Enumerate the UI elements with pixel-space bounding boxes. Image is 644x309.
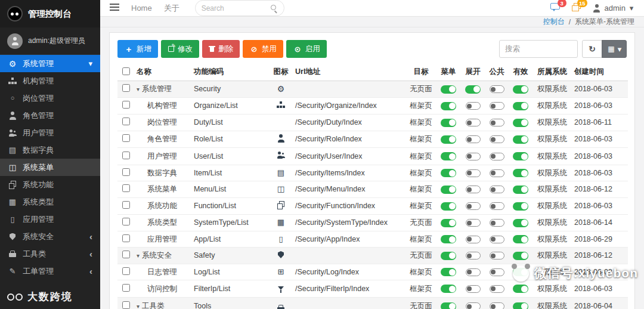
- public-toggle[interactable]: [490, 153, 504, 160]
- notifications-button[interactable]: 15: [571, 3, 581, 13]
- valid-toggle[interactable]: [513, 252, 528, 260]
- disable-button[interactable]: 禁用: [243, 40, 283, 58]
- columns-button[interactable]: [602, 40, 627, 58]
- valid-toggle[interactable]: [513, 85, 528, 94]
- sidebar-item-system-menu[interactable]: 系统菜单: [0, 159, 100, 176]
- expand-toggle[interactable]: [466, 153, 481, 160]
- public-toggle[interactable]: [490, 302, 504, 309]
- row-checkbox[interactable]: [122, 101, 130, 109]
- row-checkbox[interactable]: [122, 134, 130, 142]
- row-checkbox[interactable]: [122, 168, 130, 176]
- menu-toggle[interactable]: [441, 235, 456, 243]
- public-toggle[interactable]: [490, 252, 504, 259]
- public-toggle[interactable]: [490, 219, 504, 227]
- valid-toggle[interactable]: [513, 285, 528, 293]
- table-row-app-management[interactable]: 应用管理App/List/Security/App/Index框架页权限系统20…: [117, 231, 628, 248]
- table-row-tools[interactable]: ▾工具类Tools无页面权限系统2018-06-04: [117, 297, 628, 309]
- row-checkbox[interactable]: [122, 218, 130, 225]
- nav-link-about[interactable]: 关于: [164, 3, 179, 14]
- row-checkbox[interactable]: [122, 301, 130, 309]
- sidebar-toggle-button[interactable]: [110, 4, 119, 13]
- expand-toggle[interactable]: [466, 219, 481, 227]
- sidebar-item-system-security[interactable]: 系统安全: [0, 228, 100, 245]
- row-checkbox[interactable]: [122, 267, 130, 275]
- tree-expand-icon[interactable]: ▾: [137, 86, 140, 92]
- expand-toggle[interactable]: [466, 236, 481, 243]
- select-all-checkbox[interactable]: [122, 67, 130, 75]
- menu-toggle[interactable]: [441, 219, 456, 227]
- table-row-system-menu[interactable]: 系统菜单Menu/List/Security/Menu/Index框架页权限系统…: [117, 181, 628, 198]
- table-row-data-dictionary[interactable]: 数据字典Item/List/Security/Items/Index框架页权限系…: [117, 165, 628, 181]
- valid-toggle[interactable]: [513, 219, 528, 227]
- table-row-system-function[interactable]: 系统功能Function/List/Security/Function/Inde…: [117, 197, 628, 215]
- expand-toggle[interactable]: [466, 186, 481, 193]
- expand-toggle[interactable]: [466, 102, 481, 110]
- messages-button[interactable]: 3: [550, 3, 561, 13]
- menu-toggle[interactable]: [441, 152, 456, 160]
- expand-toggle[interactable]: [466, 169, 481, 177]
- table-search-input[interactable]: [499, 40, 578, 58]
- table-row-log-management[interactable]: 日志管理Log/List/Security/Log/Index框架页权限系统20…: [117, 264, 628, 280]
- table-row-user-management[interactable]: 用户管理User/List/Security/User/Index框架页权限系统…: [117, 148, 628, 165]
- valid-toggle[interactable]: [513, 302, 528, 309]
- table-row-system-security[interactable]: ▾系统安全Safety无页面权限系统2018-06-12: [117, 248, 628, 264]
- public-toggle[interactable]: [490, 202, 504, 210]
- menu-toggle[interactable]: [441, 285, 456, 293]
- user-menu[interactable]: admin: [592, 4, 634, 13]
- public-toggle[interactable]: [490, 236, 504, 243]
- sidebar-item-system-function[interactable]: 系统功能: [0, 176, 100, 193]
- expand-toggle[interactable]: [466, 268, 481, 276]
- valid-toggle[interactable]: [513, 235, 528, 243]
- topbar-search-input[interactable]: [202, 4, 270, 13]
- sidebar-item-system-management[interactable]: 系统管理: [0, 55, 100, 72]
- table-row-role-management[interactable]: 角色管理Role/List/Security/Role/Index框架页权限系统…: [117, 131, 628, 148]
- valid-toggle[interactable]: [513, 268, 528, 276]
- sidebar-item-data-dictionary[interactable]: 数据字典: [0, 141, 100, 159]
- expand-toggle[interactable]: [465, 85, 481, 94]
- menu-toggle[interactable]: [441, 186, 456, 194]
- row-checkbox[interactable]: [122, 184, 130, 192]
- expand-toggle[interactable]: [466, 119, 481, 126]
- refresh-button[interactable]: [582, 40, 602, 58]
- public-toggle[interactable]: [490, 268, 504, 276]
- table-row-system-management[interactable]: ▾系统管理Security无页面权限系统2018-06-03: [117, 81, 628, 98]
- sidebar-item-org-management[interactable]: 机构管理: [0, 72, 100, 89]
- sidebar-item-system-type[interactable]: 系统类型: [0, 193, 100, 211]
- menu-toggle[interactable]: [441, 102, 456, 110]
- valid-toggle[interactable]: [513, 152, 528, 160]
- public-toggle[interactable]: [490, 85, 504, 93]
- menu-toggle[interactable]: [441, 135, 456, 144]
- nav-link-home[interactable]: Home: [131, 4, 152, 13]
- enable-button[interactable]: 启用: [286, 40, 327, 58]
- row-checkbox[interactable]: [122, 234, 130, 242]
- public-toggle[interactable]: [490, 169, 504, 177]
- expand-toggle[interactable]: [466, 252, 481, 259]
- add-button[interactable]: 新增: [117, 40, 158, 58]
- menu-toggle[interactable]: [441, 302, 456, 309]
- expand-toggle[interactable]: [466, 302, 481, 309]
- valid-toggle[interactable]: [513, 202, 528, 211]
- sidebar-item-work-orders[interactable]: 工单管理: [0, 262, 100, 280]
- edit-button[interactable]: 修改: [161, 40, 199, 58]
- table-row-org-management[interactable]: 机构管理Organize/List/Security/Organize/Inde…: [117, 97, 628, 115]
- tree-expand-icon[interactable]: ▾: [137, 252, 140, 259]
- expand-toggle[interactable]: [466, 202, 481, 210]
- menu-toggle[interactable]: [441, 85, 456, 94]
- row-checkbox[interactable]: [122, 251, 130, 258]
- menu-toggle[interactable]: [441, 119, 456, 127]
- breadcrumb-home-link[interactable]: 控制台: [543, 17, 565, 27]
- expand-toggle[interactable]: [466, 285, 481, 293]
- row-checkbox[interactable]: [122, 152, 130, 159]
- table-row-system-type[interactable]: 系统类型SystemType/List/Security/SystemType/…: [117, 215, 628, 231]
- row-checkbox[interactable]: [122, 118, 130, 125]
- valid-toggle[interactable]: [513, 135, 528, 144]
- public-toggle[interactable]: [490, 186, 504, 193]
- sidebar-item-app-management[interactable]: 应用管理: [0, 211, 100, 228]
- valid-toggle[interactable]: [513, 169, 528, 177]
- public-toggle[interactable]: [490, 285, 504, 293]
- delete-button[interactable]: 删除: [202, 40, 240, 58]
- menu-toggle[interactable]: [441, 252, 456, 260]
- expand-toggle[interactable]: [466, 135, 481, 143]
- public-toggle[interactable]: [490, 102, 504, 110]
- public-toggle[interactable]: [490, 119, 504, 126]
